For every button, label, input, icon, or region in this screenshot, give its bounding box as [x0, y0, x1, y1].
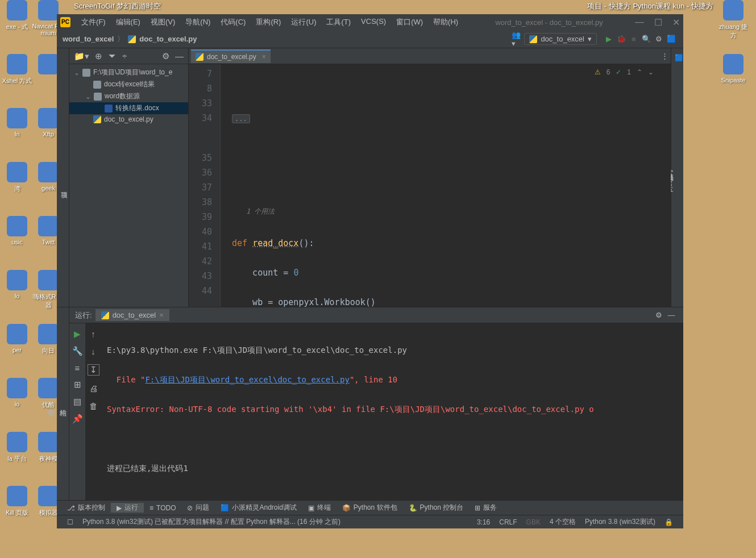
menu-refactor[interactable]: 重构(R) [251, 17, 286, 27]
chevron-down-icon[interactable]: ⌄ [648, 68, 654, 76]
print-icon[interactable]: 🖨 [89, 384, 98, 393]
down-arrow-icon[interactable]: ↓ [91, 347, 95, 356]
hide-icon[interactable]: — [665, 309, 678, 322]
desktop-icon[interactable]: zhuang 捷方 [716, 0, 750, 40]
run-button[interactable]: ▶ [603, 33, 615, 45]
right-tool-rail[interactable]: 🟦 小派精灵Android [671, 48, 683, 307]
services-tab[interactable]: ⊞服务 [469, 503, 502, 513]
todo-tab[interactable]: ≡TODO [144, 504, 181, 512]
close-tab-icon[interactable]: × [262, 53, 266, 61]
problems-tab[interactable]: ⊘问题 [181, 503, 215, 513]
menu-view[interactable]: 视图(V) [146, 17, 180, 27]
line-gutter[interactable]: 78333435363738394041424344 [189, 64, 221, 307]
run-tab-bottom[interactable]: ▶运行 [111, 503, 144, 513]
status-show-icon[interactable]: ☐ [63, 518, 78, 526]
tree-file-py[interactable]: doc_to_excel.py [69, 114, 188, 124]
desktop-icon[interactable]: lo [0, 270, 34, 299]
desktop-icon[interactable]: 湾 [0, 162, 34, 193]
usage-hint[interactable]: 1 个用法 [246, 204, 671, 219]
tree-root[interactable]: ⌄F:\项目\JD项目\word_to_e [69, 66, 188, 78]
desktop-icon[interactable]: exe - 式 [0, 0, 34, 31]
version-control-tab[interactable]: ⎇版本控制 [61, 503, 111, 513]
desktop-icon[interactable]: In [0, 108, 34, 138]
project-folder-icon[interactable]: 📁▾ [74, 51, 89, 61]
desktop-icon[interactable]: Snipaste [716, 54, 750, 84]
export-icon[interactable]: ↧ [88, 364, 99, 376]
filter-icon[interactable]: ÷ [122, 51, 127, 61]
menu-window[interactable]: 窗口(W) [391, 17, 428, 27]
maximize-button[interactable]: ☐ [654, 17, 662, 28]
stop-button[interactable]: ■ [628, 33, 640, 45]
gear-icon[interactable]: ⚙ [653, 309, 665, 322]
menu-vcs[interactable]: VCS(S) [356, 17, 391, 27]
run-tab[interactable]: doc_to_excel × [95, 309, 169, 321]
run-configuration-select[interactable]: doc_to_excel ▾ [524, 33, 597, 45]
indent-mode[interactable]: 4 个空格 [545, 517, 580, 527]
desktop-icon[interactable]: per [0, 324, 34, 353]
toolbox-icon[interactable]: 🟦 [665, 33, 678, 45]
file-encoding[interactable]: GBK [522, 518, 545, 526]
inspections-widget[interactable]: ⚠6 ✓1 ⌃ ⌄ [595, 68, 654, 76]
structure-tool[interactable]: 结构 [57, 307, 69, 500]
debug-button[interactable]: 🐞 [615, 33, 628, 45]
folded-code-icon[interactable]: ... [232, 114, 250, 123]
minimize-button[interactable]: — [635, 17, 644, 28]
console-output[interactable]: E:\py3.8\python.exe F:\项目\JD项目\word_to_e… [101, 323, 683, 500]
desktop-icon[interactable]: Xshel 方式 [0, 54, 34, 85]
python-console-tab[interactable]: 🐍Python 控制台 [403, 503, 470, 513]
desktop-icon[interactable]: la 平台 [0, 432, 34, 463]
collapse-icon[interactable]: ⏷ [108, 51, 117, 61]
trash-icon[interactable]: 🗑 [89, 401, 98, 411]
interpreter[interactable]: Python 3.8 (win32测试) [580, 517, 660, 527]
user-icon[interactable]: 👥▾ [512, 33, 524, 45]
line-separator[interactable]: CRLF [495, 518, 521, 526]
bookmarks-tool[interactable]: 书签 [45, 307, 57, 500]
hide-icon[interactable]: — [175, 51, 184, 61]
wrench-icon[interactable]: 🔧 [72, 346, 83, 356]
desktop-top-left: ScreenToGif 梦幻西游时空 [74, 1, 161, 11]
pin-icon[interactable]: 📌 [72, 414, 83, 424]
editor-tab[interactable]: doc_to_excel.py × [191, 49, 271, 63]
menu-edit[interactable]: 编辑(E) [111, 17, 146, 27]
menu-file[interactable]: 文件(F) [76, 17, 111, 27]
code-area[interactable]: ... 1 个用法 def read_docx(): count = 0 wb … [221, 64, 671, 307]
terminal-tab[interactable]: ▣终端 [302, 503, 337, 513]
breadcrumb-file[interactable]: doc_to_excel.py [139, 35, 197, 43]
stop-icon[interactable]: ≡ [75, 363, 80, 373]
settings-icon[interactable]: ⚙ [653, 33, 665, 45]
search-icon[interactable]: 🔍 [640, 33, 653, 45]
tree-folder[interactable]: docx转excel结果 [69, 78, 188, 90]
menu-code[interactable]: 代码(C) [215, 17, 251, 27]
close-button[interactable]: ✕ [672, 17, 680, 28]
file-link[interactable]: F:\项目\JD项目\word_to_excel\doc_to_excel.py [145, 375, 349, 384]
left-tool-rail[interactable]: 项目 [57, 48, 69, 307]
tab-options-icon[interactable]: ⋮ [658, 50, 671, 63]
android-debug-tab[interactable]: 🟦小派精灵Android调试 [215, 503, 302, 513]
branch-icon: ⎇ [67, 504, 75, 512]
menu-tools[interactable]: 工具(T) [321, 17, 356, 27]
python-packages-tab[interactable]: 📦Python 软件包 [337, 503, 403, 513]
up-arrow-icon[interactable]: ↑ [91, 329, 95, 339]
tree-file-docx[interactable]: 转换结果.docx [69, 102, 188, 114]
target-icon[interactable]: ⊕ [95, 51, 102, 61]
tree-folder[interactable]: ⌄word数据源 [69, 90, 188, 102]
status-message[interactable]: Python 3.8 (win32测试) 已被配置为项目解释器 // 配置 Py… [78, 517, 345, 527]
desktop-icon[interactable]: Kill 页版 [0, 486, 34, 517]
breadcrumb-root[interactable]: word_to_excel [63, 35, 114, 43]
layout2-icon[interactable]: ▤ [73, 397, 81, 407]
desktop-icon[interactable]: usic [0, 216, 34, 245]
services-icon: ⊞ [475, 504, 480, 512]
cursor-position[interactable]: 3:16 [472, 518, 495, 526]
gear-icon[interactable]: ⚙ [162, 51, 169, 61]
desktop-icon[interactable]: io [0, 378, 34, 407]
menu-navigate[interactable]: 导航(N) [180, 17, 215, 27]
lock-icon[interactable]: 🔒 [660, 518, 678, 526]
tab-label: doc_to_excel.py [207, 53, 256, 61]
close-icon[interactable]: × [159, 311, 164, 319]
menu-run[interactable]: 运行(U) [286, 17, 321, 27]
chevron-up-icon[interactable]: ⌃ [637, 68, 642, 76]
rerun-icon[interactable]: ▶ [74, 329, 81, 339]
layout-icon[interactable]: ⊞ [74, 380, 81, 390]
menu-help[interactable]: 帮助(H) [428, 17, 463, 27]
chevron-right-icon: 〉 [117, 34, 124, 44]
